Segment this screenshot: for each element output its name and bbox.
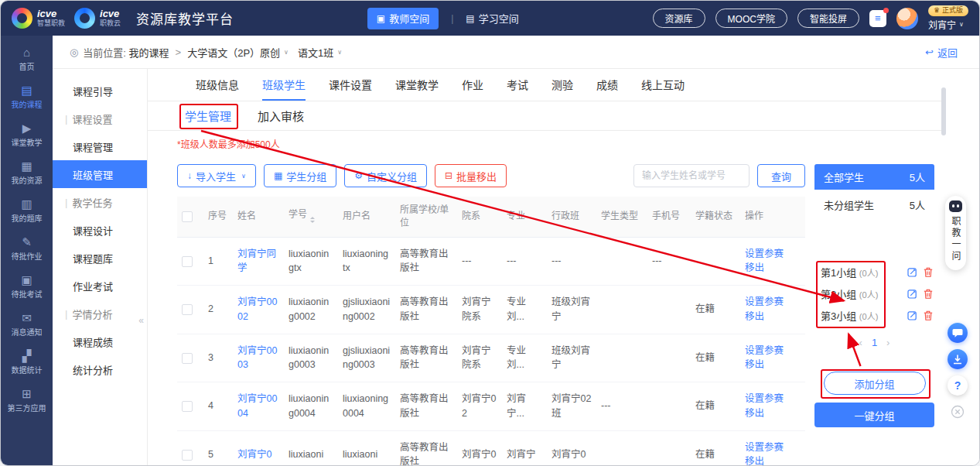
subtab[interactable]: 学生管理 [185,108,231,124]
course-menu-item[interactable]: 课程设计 [53,216,147,244]
action-remove[interactable]: 移出 [745,406,801,421]
sidebar-item-my-courses[interactable]: ▤ 我的课程 [1,78,53,116]
delete-group-icon[interactable] [924,289,933,299]
sidebar-item-third-party[interactable]: ⊞ 第三方应用 [1,382,53,420]
sidebar-item-exams[interactable]: ▣ 待批考试 [1,268,53,306]
cell-phone [647,382,691,431]
query-button[interactable]: 查询 [757,164,805,187]
action-set-contest[interactable]: 设置参赛 [745,247,801,262]
group-row[interactable]: 第1小组 (0人) [814,261,934,283]
resource-lib-button[interactable]: 资源库 [653,9,705,28]
teacher-space-button[interactable]: ▣ 教师空间 [367,8,439,29]
avatar[interactable] [896,8,918,29]
homework-icon: ✎ [22,236,32,248]
main-content: 班级信息 班级学生 课件设置 课堂教学 作业 考试 测验 成绩 线上互动 学生管… [148,69,979,465]
breadcrumb-class[interactable]: 语文1班 [298,45,333,60]
delete-group-icon[interactable] [924,310,933,320]
action-set-contest[interactable]: 设置参赛 [745,392,801,406]
close-float-icon[interactable] [948,402,968,422]
download-float-icon[interactable] [948,349,968,369]
sidebar-item-question-bank[interactable]: ▥ 我的题库 [1,192,53,230]
edit-group-icon[interactable] [907,310,917,320]
tab[interactable]: 测验 [551,69,573,101]
action-set-contest[interactable]: 设置参赛 [745,440,801,455]
next-page-icon[interactable]: › [886,337,890,348]
tab[interactable]: 班级信息 [196,69,239,101]
ungrouped-row[interactable]: 未分组学生 5人 [814,190,934,219]
tab[interactable]: 课件设置 [329,69,372,101]
row-checkbox[interactable] [182,401,193,412]
section-bar: | [65,113,67,125]
student-name-link[interactable]: 刘宵宁0003 [237,345,277,371]
course-menu-item[interactable]: 课程管理 [53,132,147,160]
tab[interactable]: 作业 [462,69,483,101]
scrollbar-thumb[interactable] [941,87,946,135]
cast-button[interactable]: 智能投屏 [797,9,859,28]
student-name-link[interactable]: 刘宵宁0004 [237,393,277,419]
chevron-down-icon[interactable]: ∨ [337,49,342,56]
custom-group-button[interactable]: ⚙自定义分组 [344,164,427,187]
notification-icon[interactable]: ≡ [869,10,886,27]
chevron-down-icon[interactable]: ∨ [284,49,289,56]
tab[interactable]: 班级学生 [262,69,306,101]
row-checkbox[interactable] [182,353,193,364]
subtab[interactable]: 加入审核 [258,108,304,124]
sidebar-item-label: 我的题库 [12,212,43,224]
course-menu-item[interactable]: 课程成绩 [53,327,147,355]
batch-remove-button[interactable]: ⊟批量移出 [435,164,507,187]
student-name-link[interactable]: 刘宵宁0 [237,449,271,460]
sidebar-item-home[interactable]: ⌂ 首页 [1,40,53,78]
import-students-button[interactable]: ↓导入学生∨ [177,164,256,187]
tab[interactable]: 考试 [507,69,528,101]
action-remove[interactable]: 移出 [745,454,801,466]
action-remove[interactable]: 移出 [745,358,801,372]
add-group-button[interactable]: 添加分组 [824,372,926,395]
breadcrumb-course[interactable]: 大学语文（2P）原创 [187,45,280,60]
prev-page-icon[interactable]: ‹ [859,337,862,348]
all-students-header[interactable]: 全部学生 5人 [814,164,934,190]
edit-group-icon[interactable] [907,289,917,299]
tab[interactable]: 课堂教学 [395,69,439,101]
row-checkbox[interactable] [182,304,193,315]
page-number[interactable]: 1 [872,337,877,348]
action-set-contest[interactable]: 设置参赛 [745,344,801,358]
column-header: 院系 [457,197,502,237]
sidebar-item-homework[interactable]: ✎ 待批作业 [1,230,53,268]
search-input[interactable] [633,164,750,187]
help-icon[interactable]: ? [948,375,968,396]
student-name-link[interactable]: 刘宵宁同学 [237,248,276,274]
qa-widget[interactable]: 职教一问 [945,196,966,270]
row-checkbox[interactable] [182,256,193,267]
sidebar-item-statistics[interactable]: ▞ 数据统计 [1,344,53,382]
back-button[interactable]: ↩返回 [925,45,958,60]
sidebar-item-messages[interactable]: ✉ 消息通知 [1,306,53,344]
tab[interactable]: 成绩 [596,69,618,101]
course-menu-item[interactable]: 课程引导 [53,77,147,105]
ai-chat-icon[interactable] [948,323,968,343]
course-menu-item[interactable]: 统计分析 [53,355,147,383]
edit-group-icon[interactable] [907,267,917,277]
group-row[interactable]: 第2小组 (0人) [814,283,934,304]
sidebar-item-resources[interactable]: ▦ 我的资源 [1,154,53,192]
course-menu-item[interactable]: 班级管理 [53,160,147,188]
group-row[interactable]: 第3小组 (0人) [814,304,934,326]
student-group-button[interactable]: ▦学生分组 [264,164,336,187]
collapse-menu-icon[interactable]: « [138,315,144,326]
user-menu[interactable]: 刘宵宁∨ [928,18,964,31]
tab[interactable]: 线上互动 [641,69,685,101]
action-remove[interactable]: 移出 [745,310,801,324]
sidebar-item-classroom[interactable]: ▶ 课堂教学 [1,116,53,154]
select-all-checkbox[interactable] [182,211,193,222]
action-remove[interactable]: 移出 [745,261,801,276]
course-menu-item[interactable]: 作业考试 [53,272,147,300]
action-set-contest[interactable]: 设置参赛 [745,295,801,310]
mooc-button[interactable]: MOOC学院 [715,9,787,28]
learning-space-link[interactable]: ▤ 学习空间 [466,11,518,26]
sort-icon[interactable] [310,214,315,225]
breadcrumb-my-courses[interactable]: 我的课程 [129,45,169,60]
row-checkbox[interactable] [182,450,193,461]
course-menu-item[interactable]: 课程题库 [53,244,147,272]
delete-group-icon[interactable] [924,267,933,277]
student-name-link[interactable]: 刘宵宁0002 [237,296,277,322]
auto-group-button[interactable]: 一键分组 [814,403,934,427]
